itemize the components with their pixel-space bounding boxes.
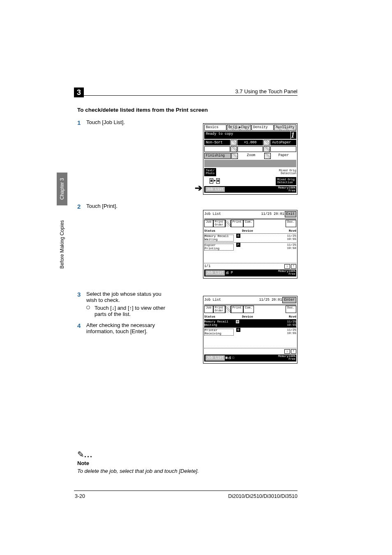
callout-arrow-1: ➔ bbox=[195, 183, 202, 193]
screenshot-joblist-enter: Job List 11/25 20:01 Enter Job Print Ord… bbox=[203, 296, 297, 364]
page-up-button[interactable]: ↑ bbox=[291, 264, 296, 269]
header-section-ref: 3.7 Using the Touch Panel bbox=[235, 88, 297, 94]
paper-label: Paper bbox=[271, 153, 296, 159]
joblist-time: 11/25 20:01 bbox=[261, 212, 284, 216]
row-icon: ▧ bbox=[235, 320, 240, 324]
footer-icon: 🖨 bbox=[226, 271, 229, 275]
step-2-number: 2 bbox=[77, 203, 86, 289]
footer-model: Di2010/Di2510/Di3010/Di3510 bbox=[228, 493, 297, 499]
zoom-ratio-button[interactable]: ×1.000 bbox=[238, 140, 263, 146]
blank-2 bbox=[238, 146, 263, 152]
note-icon: ✎... bbox=[77, 449, 297, 459]
note-label: Note bbox=[77, 460, 297, 466]
arrow-right-icon: ▶ bbox=[214, 179, 216, 183]
bullet-icon bbox=[86, 305, 95, 317]
non-sort-button[interactable]: Non-Sort bbox=[204, 140, 230, 146]
table-row[interactable]: Printer Receiving B 11/25 19:55 bbox=[204, 327, 296, 336]
row-status: Memory Recall Waiting bbox=[204, 235, 234, 242]
tab-doc-3[interactable]: Doc. bbox=[286, 306, 296, 313]
row-rcvd: 11/25 19:58 bbox=[281, 244, 296, 251]
step-4-number: 4 bbox=[77, 322, 86, 334]
header-rule bbox=[74, 95, 297, 96]
tab-com[interactable]: Com. bbox=[243, 220, 254, 227]
gray-bar bbox=[204, 160, 296, 167]
tab-orig-copy[interactable]: Orig.▶Copy bbox=[227, 124, 251, 131]
row-rcvd: 11/25 19:55 bbox=[281, 235, 296, 242]
footer-icon-3a: ▦ bbox=[226, 356, 228, 360]
tab-density[interactable]: Density bbox=[251, 124, 274, 131]
enter-button[interactable]: Enter bbox=[282, 297, 296, 303]
footer-icon-3c: ☐ bbox=[232, 356, 234, 360]
row-status: Memory Recall Waiting bbox=[204, 320, 233, 327]
table-row[interactable]: Copier Printing P 11/25 19:58 bbox=[204, 242, 296, 251]
memory-free-sublabel-3: Free bbox=[278, 358, 295, 361]
job-list-footer-button-3[interactable]: Job List bbox=[205, 355, 225, 361]
joblist-time-3: 11/25 20:01 bbox=[259, 298, 282, 302]
orientation-icon-1[interactable]: ▦ bbox=[210, 178, 213, 184]
screenshot-basics: Basics Orig.▶Copy Density Auxiliary Read… bbox=[203, 123, 297, 195]
page-down-button[interactable]: ↓ bbox=[284, 264, 290, 269]
col-status-3: Status bbox=[204, 315, 233, 319]
blank-3 bbox=[270, 146, 296, 152]
table-row[interactable]: Memory Recall Waiting B 11/25 19:55 bbox=[204, 233, 296, 242]
col-rcvd: Rcvd bbox=[281, 230, 296, 233]
section-title: To check/delete listed items from the Pr… bbox=[77, 107, 208, 113]
tab-print-order-3[interactable]: Print Order bbox=[213, 306, 225, 313]
copy-count: 1 bbox=[291, 131, 296, 139]
finishing-button[interactable]: Finishing bbox=[204, 153, 231, 159]
memory-free-sublabel-2: Free bbox=[278, 273, 295, 276]
page-up-button-3[interactable]: ↑ bbox=[291, 349, 296, 354]
joblist-title: Job List bbox=[204, 212, 261, 216]
sep-5 bbox=[231, 153, 238, 159]
sep-4 bbox=[263, 146, 270, 152]
row-rcvd: 11/25 19:55 bbox=[281, 329, 296, 336]
screenshot-joblist-exit: Job List 11/25 20:01 Exit Job Print Orde… bbox=[203, 210, 297, 279]
chapter-number-box: 3 bbox=[74, 88, 84, 97]
step-1-number: 1 bbox=[77, 119, 86, 201]
autopaper-button[interactable]: AutoPaper bbox=[270, 140, 296, 146]
mixed-orig-detection-button[interactable]: Mixed Orig Detection bbox=[276, 177, 296, 185]
text-photo-button[interactable]: Text/ Photo bbox=[204, 168, 216, 176]
exit-button[interactable]: Exit bbox=[285, 211, 296, 217]
col-status: Status bbox=[204, 230, 233, 233]
tab-auxiliary[interactable]: Auxiliary bbox=[274, 124, 296, 131]
row-icon: P bbox=[236, 243, 241, 247]
orientation-icon-2[interactable]: ▦ bbox=[216, 178, 220, 184]
row-rcvd: 11/25 19:55 bbox=[281, 320, 296, 327]
row-device bbox=[242, 320, 280, 327]
tab-job-3[interactable]: Job bbox=[204, 306, 213, 313]
note-text: To delete the job, select that job and t… bbox=[77, 468, 297, 474]
row-device bbox=[243, 235, 280, 242]
tab-basics[interactable]: Basics bbox=[204, 124, 226, 131]
job-list-footer-button[interactable]: Job List bbox=[205, 270, 225, 276]
step-4-text: After checking the necessary information… bbox=[86, 322, 173, 334]
sep-1 bbox=[231, 140, 237, 146]
row-status: Copier Printing bbox=[204, 244, 234, 251]
sep-2 bbox=[263, 140, 270, 146]
blank-1 bbox=[204, 146, 230, 152]
table-row[interactable]: Memory Recall Waiting ▧ 11/25 19:55 bbox=[204, 319, 296, 327]
memory-free-sublabel: Free bbox=[278, 189, 295, 192]
joblist-title-3: Job List bbox=[204, 298, 258, 302]
tab-print-order[interactable]: Print Order bbox=[213, 220, 225, 227]
row-icon: B bbox=[236, 328, 241, 332]
status-bar: Ready to copy bbox=[204, 131, 291, 139]
step-3-text: Select the job whose status you wish to … bbox=[86, 291, 173, 303]
tab-sep bbox=[225, 306, 231, 313]
footer-rule bbox=[74, 491, 297, 491]
side-tab: Chapter 3 Before Making Copies bbox=[57, 173, 67, 288]
footer-p-icon: P bbox=[230, 271, 234, 275]
job-list-button[interactable]: Job List bbox=[205, 187, 225, 193]
tab-print[interactable]: Print bbox=[231, 220, 244, 227]
tab-doc[interactable]: Doc. bbox=[286, 220, 296, 227]
page-indicator: 1/1 bbox=[204, 265, 210, 268]
tab-job[interactable]: Job bbox=[204, 220, 213, 227]
tab-print-3[interactable]: Print bbox=[231, 306, 244, 313]
sep-6 bbox=[264, 153, 271, 159]
step-3-subtext: Touch [↓] and [↑] to view other parts of… bbox=[95, 305, 173, 317]
side-tab-title: Before Making Copies bbox=[57, 205, 67, 283]
side-tab-chapter: Chapter 3 bbox=[57, 173, 67, 205]
tab-com-3[interactable]: Com. bbox=[243, 306, 254, 313]
footer-icon-3b: 🖨 bbox=[228, 356, 232, 360]
page-down-button-3[interactable]: ↓ bbox=[284, 349, 290, 354]
